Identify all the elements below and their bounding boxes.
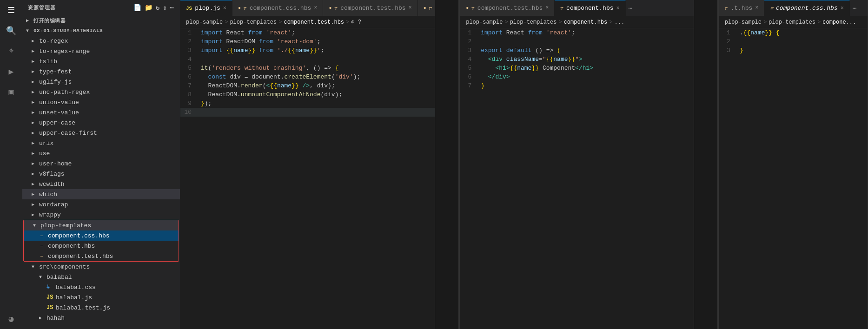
debug-icon[interactable]: ▶ — [5, 65, 18, 78]
new-file-icon[interactable]: 📄 — [133, 4, 142, 12]
code-line: 4 <div className="{{name}}"> — [460, 55, 694, 64]
code-area-right[interactable]: 1 import React from 'react'; 2 3 export … — [460, 28, 694, 329]
arrow-icon: ▶ — [32, 38, 39, 44]
tab-component-hbs-right[interactable]: ⇄ component.hbs × — [555, 0, 625, 16]
sidebar-item-balabal-test-js[interactable]: JS balabal.test.js — [22, 303, 180, 313]
sidebar-item-component-hbs[interactable]: — component.hbs — [24, 241, 179, 251]
hbs-icon: ⇄ — [244, 5, 247, 11]
code-line: 6 const div = document.createElement('di… — [180, 72, 435, 81]
close-icon[interactable]: × — [409, 5, 412, 11]
code-content-right: 1 import React from 'react'; 2 3 export … — [460, 28, 694, 90]
tab-t-hbs[interactable]: ⇄ .t.hbs × — [719, 0, 765, 16]
sidebar-item-wcwidth[interactable]: ▶ wcwidth — [22, 179, 180, 189]
tab-label: component.css.hbs — [776, 5, 838, 12]
files-icon[interactable]: ☰ — [5, 4, 18, 17]
code-line: 1 import React from 'react'; — [180, 28, 435, 37]
source-control-icon[interactable]: ⌖ — [5, 45, 18, 58]
sidebar-item-wrappy[interactable]: ▶ wrappy — [22, 210, 180, 220]
search-icon[interactable]: 🔍 — [5, 24, 18, 37]
hbs-icon: ⇄ — [725, 5, 728, 11]
code-line: 4 — [180, 55, 435, 64]
close-icon[interactable]: × — [616, 5, 620, 12]
breadcrumb-right: plop-sample > plop-templates > component… — [460, 16, 694, 28]
tab-component-test-hbs-right[interactable]: ● ⇄ component.test.hbs × — [460, 0, 555, 16]
sidebar-item-user-home[interactable]: ▶ user-home — [22, 158, 180, 169]
sidebar-item-balabal[interactable]: ▼ balabal — [22, 272, 180, 282]
code-line: 3 } — [719, 46, 868, 55]
minimap-right — [694, 0, 717, 329]
sidebar-item-to-regex[interactable]: ▶ to-regex — [22, 36, 180, 46]
tab-plop-js[interactable]: JS plop.js × — [180, 0, 232, 16]
tab-component-css-hbs[interactable]: ● ⇄ component.css.hbs × — [232, 0, 323, 16]
close-icon[interactable]: × — [755, 5, 758, 11]
js-file-icon: JS — [46, 294, 54, 301]
sidebar-item-urix[interactable]: ▶ urix — [22, 138, 180, 148]
new-folder-icon[interactable]: 📁 — [145, 4, 153, 12]
minimap-left — [435, 0, 458, 329]
close-icon[interactable]: × — [223, 5, 226, 12]
collapse-icon[interactable]: ⇧ — [163, 4, 167, 12]
sidebar-title-label: 资源管理器 — [28, 4, 56, 11]
js-icon: JS — [186, 6, 192, 11]
sidebar-item-union-value[interactable]: ▶ union-value — [22, 97, 180, 107]
modified-dot: ● — [466, 6, 469, 11]
sidebar-item-hahah[interactable]: ▶ hahah — [22, 313, 180, 323]
sidebar-item-unset-value[interactable]: ▶ unset-value — [22, 107, 180, 118]
code-line: 7 ) — [460, 81, 694, 90]
sidebar-item-upper-case-first[interactable]: ▶ upper-case-first — [22, 128, 180, 138]
sidebar-item-unc-path-regex[interactable]: ▶ unc-path-regex — [22, 87, 180, 97]
sidebar-item-root[interactable]: ▼ 02-01-STUDY-MATERIALS — [22, 26, 180, 36]
tab-overflow-button-far[interactable]: ⋯ — [850, 4, 859, 12]
arrow-icon: ▶ — [32, 171, 39, 177]
code-line: 8 ReactDOM.unmountComponentAtNode(div); — [180, 90, 435, 99]
code-area-far-right[interactable]: 1 .{{name}} { 2 3 } — [719, 28, 868, 329]
hbs-icon: ⇄ — [560, 5, 563, 11]
sidebar-item-v8flags[interactable]: ▶ v8flags — [22, 169, 180, 179]
modified-dot: ● — [329, 6, 331, 11]
arrow-icon: ▼ — [32, 264, 39, 270]
extensions-icon[interactable]: ▣ — [5, 86, 18, 99]
sidebar-item-src-components[interactable]: ▼ src\components — [22, 262, 180, 272]
sidebar-item-type-fest[interactable]: ▶ type-fest — [22, 66, 180, 77]
arrow-icon: ▶ — [32, 130, 39, 136]
tab-bar-right: ● ⇄ component.test.hbs × ⇄ component.hbs… — [460, 0, 694, 16]
plop-templates-group: ▼ plop-templates — component.css.hbs — c… — [23, 220, 179, 262]
editor-pane-left: JS plop.js × ● ⇄ component.css.hbs × ● ⇄… — [180, 0, 435, 329]
sidebar-item-to-regex-range[interactable]: ▶ to-regex-range — [22, 46, 180, 56]
tab-component-test-hbs[interactable]: ● ⇄ component.test.hbs × — [323, 0, 417, 16]
close-icon[interactable]: × — [841, 5, 844, 12]
sidebar-actions: 📄 📁 ↻ ⇧ ⋯ — [133, 4, 174, 12]
sidebar-item-open-editors[interactable]: ▶ 打开的编辑器 — [22, 15, 180, 26]
tab-overflow-button-right[interactable]: ⋯ — [626, 4, 635, 12]
tab-label: component.css.hbs — [250, 5, 311, 12]
arrow-icon: ▶ — [32, 120, 39, 125]
arrow-icon: ▶ — [32, 151, 39, 156]
code-area-left[interactable]: 1 import React from 'react'; 2 import Re… — [180, 28, 435, 329]
remote-icon[interactable]: ◕ — [5, 312, 18, 325]
arrow-icon: ▶ — [32, 99, 39, 105]
sidebar-item-wordwrap[interactable]: ▶ wordwrap — [22, 199, 180, 210]
sidebar-item-plop-templates[interactable]: ▼ plop-templates — [24, 220, 179, 230]
sidebar-item-tslib[interactable]: ▶ tslib — [22, 56, 180, 66]
close-icon[interactable]: × — [545, 5, 549, 11]
sidebar-item-component-test-hbs[interactable]: — component.test.hbs — [24, 251, 179, 261]
css-file-icon: # — [46, 284, 54, 290]
more-icon[interactable]: ⋯ — [170, 4, 174, 12]
sidebar-item-which[interactable]: ▶ which — [22, 189, 180, 199]
sidebar-item-upper-case[interactable]: ▶ upper-case — [22, 118, 180, 128]
tab-component-css-hbs-far[interactable]: ⇄ component.css.hbs × — [764, 0, 849, 16]
sidebar-item-use[interactable]: ▶ use — [22, 148, 180, 158]
tab-component-hbs[interactable]: ● ⇄ component.hbs × — [418, 0, 435, 16]
refresh-icon[interactable]: ↻ — [156, 4, 160, 12]
code-line: 3 import {{name}} from './{{name}}'; — [180, 46, 435, 55]
sidebar-item-uglify-js[interactable]: ▶ uglify-js — [22, 77, 180, 87]
code-line: 1 import React from 'react'; — [460, 28, 694, 37]
sidebar-item-balabal-js[interactable]: JS balabal.js — [22, 292, 180, 303]
code-content-far-right: 1 .{{name}} { 2 3 } — [719, 28, 868, 55]
arrow-icon: ▶ — [32, 161, 39, 166]
close-icon[interactable]: × — [314, 5, 317, 11]
sidebar-item-balabal-css[interactable]: # balabal.css — [22, 282, 180, 292]
sidebar: 资源管理器 📄 📁 ↻ ⇧ ⋯ ▶ 打开的编辑器 ▼ 02-01-STUDY-M… — [22, 0, 180, 329]
breadcrumb-left: plop-sample > plop-templates > component… — [180, 16, 435, 28]
sidebar-item-component-css-hbs[interactable]: — component.css.hbs — [24, 230, 179, 241]
